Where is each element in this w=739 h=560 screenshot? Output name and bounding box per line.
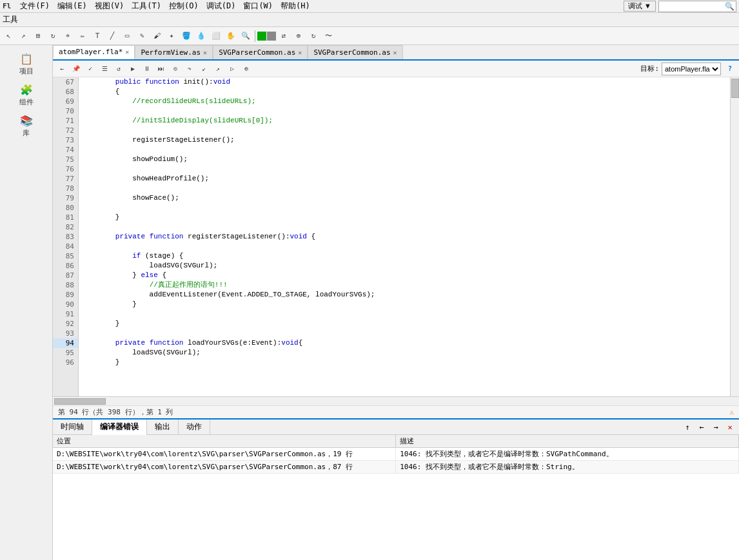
sidebar-item-library[interactable]: 📚 库 (4, 112, 49, 140)
code-line-89: addEventListener(Event.ADDED_TO_STAGE, l… (81, 290, 730, 300)
menu-view[interactable]: 视图(V) (91, 0, 128, 12)
ed-back[interactable]: ← (55, 63, 68, 75)
panel-left[interactable]: ← (695, 421, 708, 434)
editor-toolbar: ← 📌 ✓ ☰ ↺ ▶ ⏸ ⏭ ⊙ ↷ ↙ ↗ ▷ ⊕ 目标: atomPlay… (53, 61, 739, 77)
spray-tool[interactable]: ✦ (164, 29, 179, 43)
panel-right[interactable]: → (709, 421, 722, 434)
ed-refresh[interactable]: ↺ (112, 63, 125, 75)
rotate-cw[interactable]: ↻ (306, 29, 320, 43)
bottom-tab-output[interactable]: 输出 (147, 420, 179, 435)
ed-debug3[interactable]: ⏭ (155, 63, 168, 75)
sidebar-label-components: 组件 (19, 97, 34, 107)
bottom-tab-timeline[interactable]: 时间轴 (53, 420, 92, 435)
menu-bar-right: 调试 ▼ 🔍 (624, 1, 736, 12)
menu-file[interactable]: 文件(F) (16, 0, 54, 12)
menu-tools[interactable]: 工具(T) (128, 0, 165, 12)
eyedropper-tool[interactable]: 💧 (194, 29, 208, 43)
search-input[interactable] (659, 3, 724, 10)
sidebar-item-project[interactable]: 📋 项目 (4, 50, 49, 79)
error-location-0: D:\WEBSITE\work\try04\com\lorentz\SVG\pa… (53, 448, 396, 461)
ed-pin[interactable]: 📌 (70, 63, 83, 75)
code-line-84 (81, 242, 730, 251)
bottom-tab-compiler[interactable]: 编译器错误 (92, 420, 147, 435)
code-content[interactable]: public function init():void { //recordSl… (79, 77, 730, 396)
code-line-80 (81, 203, 730, 213)
target-label: 目标: (640, 64, 659, 73)
toolbar-label-bar: 工具 (0, 13, 739, 27)
rect-tool[interactable]: ▭ (120, 29, 134, 43)
error-table[interactable]: 位置 描述 D:\WEBSITE\work\try04\com\lorentz\… (53, 435, 739, 560)
ed-continue[interactable]: ▷ (226, 63, 239, 75)
tab-svgparser2[interactable]: SVGParserCommon.as ✕ (308, 45, 402, 59)
ed-debug1[interactable]: ▶ (126, 63, 139, 75)
col-description: 描述 (396, 435, 739, 448)
hand-tool[interactable]: ✋ (224, 29, 238, 43)
zoom-tool[interactable]: 🔍 (239, 29, 253, 43)
eraser-tool[interactable]: ⬜ (209, 29, 223, 43)
menu-control[interactable]: 控制(O) (165, 0, 202, 12)
menu-help[interactable]: 帮助(H) (277, 0, 314, 12)
tab-close-atomPlayer[interactable]: ✕ (125, 48, 129, 55)
error-row-0[interactable]: D:\WEBSITE\work\try04\com\lorentz\SVG\pa… (53, 448, 739, 461)
bottom-tab-actions[interactable]: 动作 (179, 420, 210, 435)
tab-svgparser1[interactable]: SVGParserCommon.as ✕ (213, 45, 308, 59)
menu-window[interactable]: 窗口(W) (239, 0, 277, 12)
search-box[interactable]: 🔍 (658, 1, 736, 12)
bottom-tab-bar: 时间轴 编译器错误 输出 动作 ↑ ← → ✕ (53, 420, 739, 435)
ed-breakpoint[interactable]: ⊙ (169, 63, 182, 75)
sidebar: 📋 项目 🧩 组件 📚 库 (0, 45, 53, 560)
error-row-1[interactable]: D:\WEBSITE\work\try04\com\lorentz\SVG\pa… (53, 461, 739, 474)
code-line-88: //真正起作用的语句!!! (81, 280, 730, 290)
vertical-scrollbar[interactable] (730, 77, 739, 396)
paint-bucket-tool[interactable]: 🪣 (179, 29, 193, 43)
free-transform-tool[interactable]: ⊞ (31, 29, 45, 43)
brush-tool[interactable]: 🖌 (150, 29, 164, 43)
fill-color[interactable] (267, 32, 276, 41)
tab-label-performView: PerformView.as (141, 48, 201, 57)
smooth-tool[interactable]: 〜 (321, 29, 335, 43)
code-line-72 (81, 126, 730, 135)
stroke-color[interactable] (257, 32, 266, 41)
ed-step-in[interactable]: ↙ (197, 63, 210, 75)
line-number-90: 90 (53, 300, 78, 309)
subselect-tool[interactable]: ↗ (16, 29, 30, 43)
editor-status: 第 94 行（共 398 行），第 1 列 ⚠ (53, 405, 739, 418)
ed-step-over[interactable]: ↷ (183, 63, 196, 75)
panel-up[interactable]: ↑ (681, 421, 694, 434)
text-tool[interactable]: T (90, 29, 104, 43)
ed-list[interactable]: ☰ (98, 63, 111, 75)
3d-rotate-tool[interactable]: ↻ (46, 29, 60, 43)
lasso-tool[interactable]: ⌖ (61, 29, 75, 43)
ed-debug2[interactable]: ⏸ (141, 63, 153, 75)
tab-close-svgparser2[interactable]: ✕ (393, 49, 397, 56)
swap-colors[interactable]: ⇄ (277, 29, 291, 43)
tab-atomPlayer[interactable]: atomPlayer.fla* ✕ (53, 45, 135, 59)
line-number-84: 84 (53, 242, 78, 251)
menu-edit[interactable]: 编辑(E) (54, 0, 91, 12)
pencil-tool[interactable]: ✎ (135, 29, 149, 43)
ed-plus[interactable]: ⊕ (240, 63, 253, 75)
tab-close-performView[interactable]: ✕ (203, 49, 207, 56)
scrollbar-thumb[interactable] (731, 79, 739, 98)
ed-check[interactable]: ✓ (84, 63, 97, 75)
line-tool[interactable]: ╱ (105, 29, 119, 43)
pen-tool[interactable]: ✏ (75, 29, 90, 43)
snap-tool[interactable]: ⊕ (291, 29, 306, 43)
target-select[interactable]: atomPlayer.fla (662, 63, 721, 75)
tab-performView[interactable]: PerformView.as ✕ (135, 45, 213, 59)
horizontal-scrollbar[interactable] (53, 396, 739, 405)
warning-triangle: ⚠ (729, 408, 734, 416)
line-number-87: 87 (53, 271, 78, 280)
menu-debug[interactable]: 调试(D) (202, 0, 240, 12)
debug-button[interactable]: 调试 ▼ (624, 1, 656, 12)
arrow-tool[interactable]: ↖ (1, 29, 15, 43)
code-line-96: } (81, 358, 730, 367)
sidebar-item-components[interactable]: 🧩 组件 (4, 81, 49, 110)
tab-close-svgparser1[interactable]: ✕ (298, 49, 302, 56)
line-number-76: 76 (53, 164, 78, 174)
ed-step-out[interactable]: ↗ (212, 63, 224, 75)
h-scrollbar-thumb[interactable] (54, 398, 106, 405)
target-help[interactable]: ? (724, 63, 736, 75)
search-icon: 🔍 (724, 2, 736, 11)
panel-close[interactable]: ✕ (724, 421, 736, 434)
